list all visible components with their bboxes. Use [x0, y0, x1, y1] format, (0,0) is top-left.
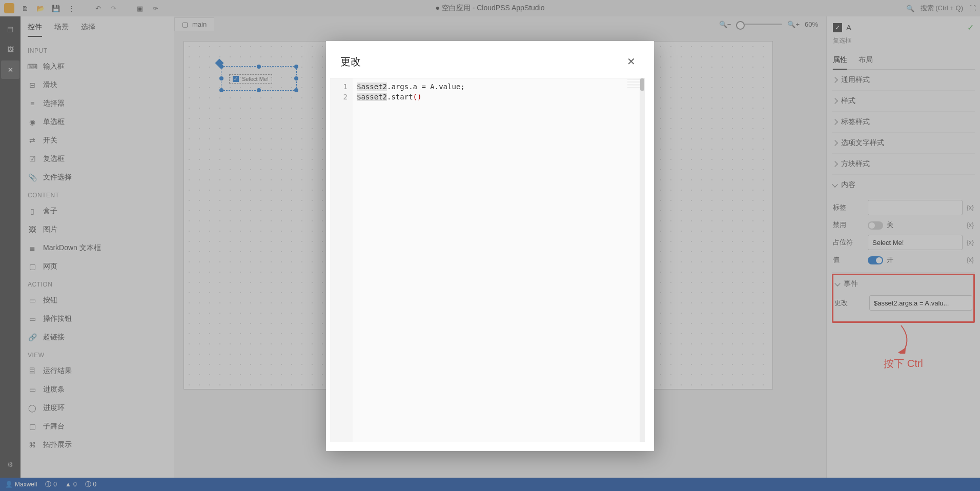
code-token: .start — [387, 93, 413, 101]
code-content[interactable]: $asset2.args.a = A.value; $asset2.start(… — [353, 78, 645, 442]
line-gutter: 12 — [330, 78, 353, 442]
code-token: $asset2 — [357, 93, 387, 101]
code-editor-modal: 更改 ✕ 12 $asset2.args.a = A.value; $asset… — [326, 41, 654, 451]
code-token: () — [413, 93, 422, 101]
code-token: .args.a = A.value; — [387, 83, 465, 91]
modal-close-button[interactable]: ✕ — [623, 53, 640, 70]
code-token: $asset2 — [357, 83, 387, 91]
modal-overlay[interactable]: 更改 ✕ 12 $asset2.args.a = A.value; $asset… — [0, 0, 980, 491]
editor-scrollbar[interactable] — [640, 78, 645, 442]
modal-title: 更改 — [340, 55, 361, 69]
code-editor[interactable]: 12 $asset2.args.a = A.value; $asset2.sta… — [330, 78, 645, 442]
